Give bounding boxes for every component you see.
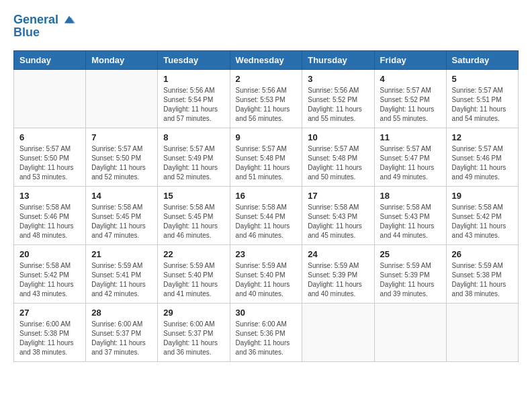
day-number: 23 — [236, 249, 297, 259]
day-info: Sunrise: 5:59 AM Sunset: 5:41 PM Dayligh… — [91, 261, 152, 299]
day-number: 12 — [452, 132, 513, 142]
day-number: 28 — [91, 308, 152, 318]
calendar-day-cell: 12Sunrise: 5:57 AM Sunset: 5:46 PM Dayli… — [446, 128, 518, 186]
calendar-day-header: Monday — [86, 50, 158, 69]
day-number: 18 — [380, 191, 441, 201]
day-info: Sunrise: 5:58 AM Sunset: 5:43 PM Dayligh… — [380, 203, 441, 240]
day-number: 16 — [236, 191, 297, 201]
calendar-body: 1Sunrise: 5:56 AM Sunset: 5:54 PM Daylig… — [14, 69, 519, 361]
day-info: Sunrise: 5:59 AM Sunset: 5:39 PM Dayligh… — [308, 261, 368, 299]
calendar-day-cell: 21Sunrise: 5:59 AM Sunset: 5:41 PM Dayli… — [86, 244, 158, 303]
day-number: 6 — [19, 132, 80, 142]
day-info: Sunrise: 5:59 AM Sunset: 5:40 PM Dayligh… — [236, 261, 297, 299]
day-number: 2 — [236, 74, 297, 84]
day-number: 25 — [380, 249, 441, 259]
calendar-table: SundayMondayTuesdayWednesdayThursdayFrid… — [13, 50, 519, 362]
calendar-day-cell: 25Sunrise: 5:59 AM Sunset: 5:39 PM Dayli… — [374, 244, 446, 303]
day-info: Sunrise: 6:00 AM Sunset: 5:36 PM Dayligh… — [236, 320, 297, 357]
day-info: Sunrise: 5:58 AM Sunset: 5:44 PM Dayligh… — [236, 203, 297, 240]
day-number: 4 — [380, 74, 441, 84]
calendar-day-cell — [86, 69, 158, 128]
day-info: Sunrise: 5:57 AM Sunset: 5:48 PM Dayligh… — [308, 144, 368, 182]
page-header: General Blue — [13, 13, 519, 40]
day-info: Sunrise: 5:57 AM Sunset: 5:50 PM Dayligh… — [19, 144, 80, 182]
calendar-day-cell: 13Sunrise: 5:58 AM Sunset: 5:46 PM Dayli… — [14, 186, 86, 244]
day-number: 22 — [163, 249, 224, 259]
day-info: Sunrise: 5:57 AM Sunset: 5:48 PM Dayligh… — [236, 144, 297, 182]
calendar-week-row: 6Sunrise: 5:57 AM Sunset: 5:50 PM Daylig… — [14, 128, 519, 186]
calendar-day-cell: 6Sunrise: 5:57 AM Sunset: 5:50 PM Daylig… — [14, 128, 86, 186]
calendar-week-row: 13Sunrise: 5:58 AM Sunset: 5:46 PM Dayli… — [14, 186, 519, 244]
calendar-day-cell: 2Sunrise: 5:56 AM Sunset: 5:53 PM Daylig… — [230, 69, 302, 128]
day-number: 27 — [19, 308, 80, 318]
day-info: Sunrise: 5:59 AM Sunset: 5:39 PM Dayligh… — [380, 261, 441, 299]
day-number: 15 — [163, 191, 224, 201]
day-info: Sunrise: 5:57 AM Sunset: 5:46 PM Dayligh… — [452, 144, 513, 182]
day-info: Sunrise: 5:56 AM Sunset: 5:52 PM Dayligh… — [308, 86, 368, 124]
day-number: 11 — [380, 132, 441, 142]
calendar-day-cell: 4Sunrise: 5:57 AM Sunset: 5:52 PM Daylig… — [374, 69, 446, 128]
calendar-day-header: Friday — [374, 50, 446, 69]
calendar-day-cell: 28Sunrise: 6:00 AM Sunset: 5:37 PM Dayli… — [86, 303, 158, 361]
calendar-day-cell: 22Sunrise: 5:59 AM Sunset: 5:40 PM Dayli… — [158, 244, 230, 303]
calendar-day-cell: 16Sunrise: 5:58 AM Sunset: 5:44 PM Dayli… — [230, 186, 302, 244]
day-number: 8 — [163, 132, 224, 142]
day-number: 3 — [308, 74, 368, 84]
day-info: Sunrise: 6:00 AM Sunset: 5:37 PM Dayligh… — [91, 320, 152, 357]
day-info: Sunrise: 5:57 AM Sunset: 5:51 PM Dayligh… — [452, 86, 513, 124]
day-info: Sunrise: 5:58 AM Sunset: 5:45 PM Dayligh… — [163, 203, 224, 240]
calendar-week-row: 27Sunrise: 6:00 AM Sunset: 5:38 PM Dayli… — [14, 303, 519, 361]
calendar-day-header: Wednesday — [230, 50, 302, 69]
calendar-day-cell: 30Sunrise: 6:00 AM Sunset: 5:36 PM Dayli… — [230, 303, 302, 361]
calendar-day-cell: 24Sunrise: 5:59 AM Sunset: 5:39 PM Dayli… — [302, 244, 374, 303]
calendar-day-cell — [374, 303, 446, 361]
day-number: 10 — [308, 132, 368, 142]
calendar-day-header: Thursday — [302, 50, 374, 69]
calendar-day-cell: 3Sunrise: 5:56 AM Sunset: 5:52 PM Daylig… — [302, 69, 374, 128]
day-info: Sunrise: 5:59 AM Sunset: 5:38 PM Dayligh… — [452, 261, 513, 299]
day-info: Sunrise: 5:58 AM Sunset: 5:45 PM Dayligh… — [91, 203, 152, 240]
calendar-day-cell: 5Sunrise: 5:57 AM Sunset: 5:51 PM Daylig… — [446, 69, 518, 128]
calendar-day-cell: 11Sunrise: 5:57 AM Sunset: 5:47 PM Dayli… — [374, 128, 446, 186]
calendar-day-cell — [446, 303, 518, 361]
calendar-day-header: Saturday — [446, 50, 518, 69]
calendar-day-cell: 23Sunrise: 5:59 AM Sunset: 5:40 PM Dayli… — [230, 244, 302, 303]
logo-blue: Blue — [13, 26, 75, 40]
day-number: 13 — [19, 191, 80, 201]
calendar-day-cell: 17Sunrise: 5:58 AM Sunset: 5:43 PM Dayli… — [302, 186, 374, 244]
day-number: 21 — [91, 249, 152, 259]
calendar-day-cell: 10Sunrise: 5:57 AM Sunset: 5:48 PM Dayli… — [302, 128, 374, 186]
day-number: 19 — [452, 191, 513, 201]
day-info: Sunrise: 5:57 AM Sunset: 5:52 PM Dayligh… — [380, 86, 441, 124]
day-number: 1 — [163, 74, 224, 84]
logo-text: General — [13, 13, 75, 27]
day-info: Sunrise: 5:57 AM Sunset: 5:50 PM Dayligh… — [91, 144, 152, 182]
calendar-day-cell — [302, 303, 374, 361]
day-number: 14 — [91, 191, 152, 201]
calendar-day-cell: 19Sunrise: 5:58 AM Sunset: 5:42 PM Dayli… — [446, 186, 518, 244]
day-number: 17 — [308, 191, 368, 201]
calendar-day-cell: 29Sunrise: 6:00 AM Sunset: 5:37 PM Dayli… — [158, 303, 230, 361]
day-info: Sunrise: 5:59 AM Sunset: 5:40 PM Dayligh… — [163, 261, 224, 299]
day-info: Sunrise: 5:56 AM Sunset: 5:53 PM Dayligh… — [236, 86, 297, 124]
day-info: Sunrise: 5:57 AM Sunset: 5:49 PM Dayligh… — [163, 144, 224, 182]
day-info: Sunrise: 5:56 AM Sunset: 5:54 PM Dayligh… — [163, 86, 224, 124]
calendar-day-cell: 26Sunrise: 5:59 AM Sunset: 5:38 PM Dayli… — [446, 244, 518, 303]
day-number: 7 — [91, 132, 152, 142]
calendar-day-cell: 27Sunrise: 6:00 AM Sunset: 5:38 PM Dayli… — [14, 303, 86, 361]
day-number: 9 — [236, 132, 297, 142]
day-number: 29 — [163, 308, 224, 318]
calendar-day-cell: 14Sunrise: 5:58 AM Sunset: 5:45 PM Dayli… — [86, 186, 158, 244]
calendar-week-row: 1Sunrise: 5:56 AM Sunset: 5:54 PM Daylig… — [14, 69, 519, 128]
day-number: 24 — [308, 249, 368, 259]
day-number: 20 — [19, 249, 80, 259]
day-info: Sunrise: 6:00 AM Sunset: 5:37 PM Dayligh… — [163, 320, 224, 357]
calendar-header-row: SundayMondayTuesdayWednesdayThursdayFrid… — [14, 50, 519, 69]
day-info: Sunrise: 5:57 AM Sunset: 5:47 PM Dayligh… — [380, 144, 441, 182]
day-info: Sunrise: 5:58 AM Sunset: 5:42 PM Dayligh… — [19, 261, 80, 299]
calendar-day-cell: 8Sunrise: 5:57 AM Sunset: 5:49 PM Daylig… — [158, 128, 230, 186]
day-info: Sunrise: 6:00 AM Sunset: 5:38 PM Dayligh… — [19, 320, 80, 357]
calendar-day-cell: 18Sunrise: 5:58 AM Sunset: 5:43 PM Dayli… — [374, 186, 446, 244]
calendar-day-cell — [14, 69, 86, 128]
calendar-day-cell: 20Sunrise: 5:58 AM Sunset: 5:42 PM Dayli… — [14, 244, 86, 303]
